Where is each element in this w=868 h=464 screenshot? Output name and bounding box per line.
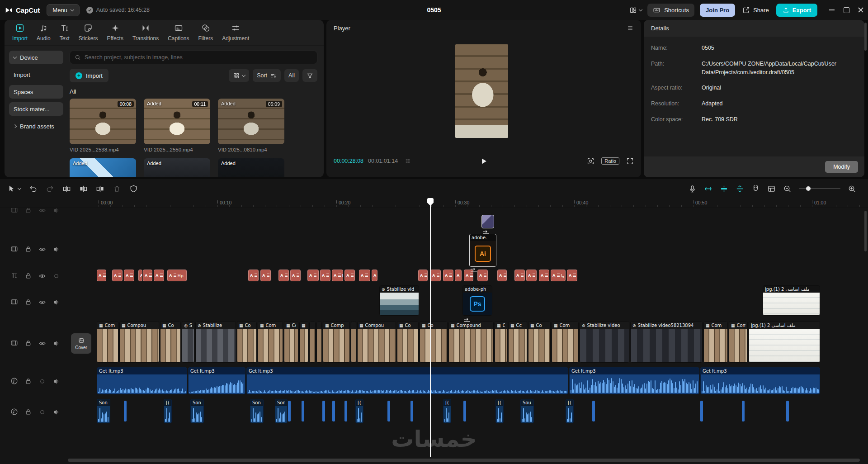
text-clip[interactable]: A [112,270,123,281]
player-menu-button[interactable] [627,24,634,32]
tab-filters[interactable]: Filters [194,24,217,42]
circle-icon[interactable] [52,272,60,279]
overlay-clip[interactable]: jpg.(1) ملف اساسي 2 [763,285,820,316]
music-icon[interactable] [10,377,18,385]
video-clip[interactable]: ▦Co [160,321,181,363]
video-clip[interactable]: ⊘Stabilize video [580,321,629,363]
video-clip[interactable] [316,321,322,363]
tab-effects[interactable]: Effects [103,24,127,42]
track-view-compact-button[interactable] [704,185,712,193]
text-clip[interactable]: A [372,270,377,281]
import-media-button[interactable]: + Import [70,69,108,82]
split-button[interactable] [62,185,71,193]
text-clip[interactable]: AM [332,270,343,281]
modify-button[interactable]: Modify [825,161,858,173]
audio-clip[interactable]: Son [97,399,110,423]
video-clip[interactable]: ▦Co [420,321,448,363]
text-clip[interactable]: A [260,270,271,281]
text-clip[interactable]: A [430,270,441,281]
track-view-medium-button[interactable] [720,185,728,193]
playhead[interactable] [430,198,431,457]
zoom-slider-knob[interactable] [806,186,811,191]
media-item[interactable]: Added [144,158,210,177]
video-clip[interactable]: ▦Compou [357,321,396,363]
audio-spike[interactable] [592,401,595,421]
sidebar-item-spaces[interactable]: Spaces [9,85,63,99]
video-clip[interactable]: ▦C [299,321,308,363]
text-clip[interactable]: A [359,270,370,281]
audio-spike[interactable] [463,401,466,421]
media-item[interactable]: Added05:09VID 2025...0810.mp4 [218,99,284,152]
texticon-icon[interactable] [10,272,18,279]
audio-spike[interactable] [786,401,789,421]
minimize-button[interactable] [825,0,839,20]
text-clip[interactable]: A [497,270,507,281]
audio-clip[interactable]: Sou [520,399,534,423]
zoom-slider[interactable] [799,188,840,189]
video-clip[interactable]: ▦Compou [119,321,159,363]
text-clip[interactable]: A [455,270,462,281]
undo-button[interactable] [29,185,38,193]
video-clip[interactable] [351,321,356,363]
video-clip[interactable]: ◎S [182,321,194,363]
sidebar-item-device[interactable]: Device [9,51,63,64]
text-clip[interactable]: A [443,270,453,281]
audio-clip[interactable]: Get It.mp3 [569,367,699,394]
video-clip[interactable]: ▦Com [703,321,728,363]
sidebar-item-stock-mater-[interactable]: Stock mater... [9,102,63,116]
tab-audio[interactable]: Audio [33,24,55,42]
eye-icon[interactable] [38,245,46,253]
audio-clip[interactable]: [( [443,399,451,423]
video-clip[interactable]: ▦Co [237,321,257,363]
audio-spike[interactable] [322,401,325,421]
tab-stickers[interactable]: Stickers [75,24,102,42]
text-clip[interactable]: A [320,270,330,281]
audio-clip[interactable]: Get It.mp3 [246,367,568,394]
audio-clip[interactable]: [( [164,399,172,423]
maximize-button[interactable] [839,0,854,20]
audio-clip[interactable]: Son [250,399,264,423]
text-clip[interactable]: A [138,270,142,281]
circle-icon[interactable] [38,408,46,416]
sticker-clip[interactable] [481,215,494,228]
text-clip[interactable]: A [124,270,134,281]
video-clip[interactable]: jpg.(1) ملف اساسي 2 [749,321,820,363]
text-clip[interactable]: A [514,270,525,281]
close-button[interactable] [854,0,868,20]
clip-icon[interactable] [10,208,18,214]
video-clip[interactable] [309,321,316,363]
sticker-clip[interactable]: adobe-Ai [469,234,496,267]
audio-spike[interactable] [700,401,703,421]
audio-spike[interactable] [387,401,390,421]
delete-button[interactable] [113,185,121,193]
record-voiceover-button[interactable] [688,185,697,193]
horizontal-scrollbar[interactable] [68,459,860,462]
video-clip[interactable]: ⊘Stabilize video58213894 [630,321,703,363]
media-item[interactable]: 00:08VID 2025...2538.mp4 [70,99,136,152]
zoom-out-button[interactable] [783,185,792,193]
timeline-ruler[interactable]: 00:0000:1000:2000:3000:4000:5001:00 [0,198,868,208]
menu-button[interactable]: Menu [47,4,80,16]
audio-spike[interactable] [344,401,347,421]
join-pro-button[interactable]: Join Pro [700,4,735,17]
video-clip[interactable]: ▦Com [258,321,283,363]
video-clip[interactable]: ▦Co [397,321,419,363]
audio-spike[interactable] [332,401,335,421]
sidebar-item-import[interactable]: Import [9,68,63,81]
snap-toggle-button[interactable] [751,185,760,193]
text-clip[interactable]: A [97,270,106,281]
tab-text[interactable]: Text [56,24,74,42]
redo-button[interactable] [46,185,54,193]
lock-icon[interactable] [24,208,32,214]
fullscreen-button[interactable] [626,157,634,165]
video-clip[interactable]: ▦Compound [448,321,494,363]
shortcuts-button[interactable]: Shortcuts [647,4,694,17]
track-view-expand-button[interactable] [736,185,744,193]
text-clip[interactable]: A [154,270,164,281]
lock-icon[interactable] [24,408,32,416]
lock-icon[interactable] [24,298,32,306]
audio-clip[interactable]: Get It.mp3 [97,367,187,394]
video-clip[interactable]: ▦Com [97,321,118,363]
speaker-icon[interactable] [52,408,60,416]
details-scrollbar[interactable] [864,23,867,51]
